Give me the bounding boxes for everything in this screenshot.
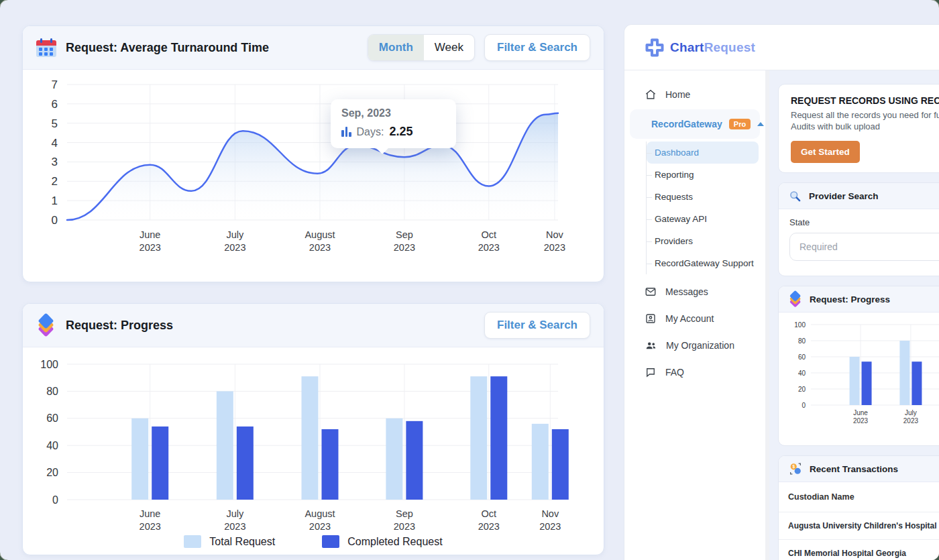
y-tick-label: 20 (798, 386, 806, 393)
tooltip-value: 2.25 (389, 125, 412, 139)
subnav-item-requests[interactable]: Requests (647, 186, 765, 208)
y-tick-label: 40 (46, 440, 58, 451)
x-tick-label: Nov (541, 508, 559, 519)
nav-item-my-account[interactable]: My Account (624, 305, 765, 332)
promo-title: REQUEST RECORDS USING RECOR (791, 95, 939, 106)
progress-card-header: Request: Progress Filter & Search (23, 304, 604, 347)
x-tick-label: Nov (546, 229, 564, 240)
x-tick-label: 2023 (309, 242, 331, 253)
turnaround-line-chart[interactable]: 01234567June2023July2023August2023Sep202… (23, 70, 604, 271)
subnav-item-gateway-api[interactable]: Gateway API (647, 208, 765, 230)
y-tick-label: 80 (46, 386, 58, 397)
state-input[interactable] (789, 233, 939, 261)
svg-text:$: $ (792, 464, 795, 469)
nav-item-messages[interactable]: Messages (624, 278, 765, 305)
bar-total (532, 424, 549, 500)
bar-completed (862, 361, 872, 405)
y-tick-label: 0 (52, 214, 58, 227)
mail-icon (645, 286, 657, 298)
progress-bar-chart[interactable]: 020406080100June2023July2023August2023Se… (23, 347, 604, 534)
tooltip-label: Days: (357, 126, 384, 138)
x-tick-label: July (226, 229, 244, 240)
bar-completed (490, 376, 507, 500)
progress-filter-search-button[interactable]: Filter & Search (484, 312, 590, 339)
y-tick-label: 20 (46, 467, 58, 478)
y-tick-label: 7 (52, 78, 58, 91)
legend-completed-request: Completed Request (322, 535, 442, 548)
total-request-swatch (184, 535, 201, 548)
transaction-row[interactable]: CHI Memorial Hospital Georgia (779, 540, 939, 560)
nav-item-recordgateway[interactable]: RecordGateway Pro (630, 109, 760, 139)
bar-total (131, 418, 148, 500)
layers-icon-small (788, 291, 803, 306)
subnav-item-recordgateway-support[interactable]: RecordGateway Support (647, 252, 765, 274)
x-tick-label: June (140, 508, 160, 519)
recent-transactions-card: $ Recent Transactions Custodian Name Aug… (778, 455, 939, 560)
tooltip-title: Sep, 2023 (341, 107, 445, 119)
y-tick-label: 2 (52, 175, 58, 188)
custodian-name-column-header: Custodian Name (779, 482, 939, 512)
nav-item-home[interactable]: Home (624, 81, 765, 108)
subnav-item-reporting[interactable]: Reporting (647, 164, 765, 186)
x-tick-label: Sep (396, 229, 413, 240)
transaction-row[interactable]: Augusta University Children's Hospital (779, 512, 939, 540)
transactions-icon: $ (788, 461, 803, 476)
x-tick-label: 2023 (478, 521, 500, 532)
turnaround-card-header: Request: Average Turnaround Time Month W… (23, 26, 604, 70)
mini-bar-chart[interactable]: 020406080100June2023July2023 (784, 318, 939, 429)
y-tick-label: 0 (802, 402, 806, 409)
filter-search-button[interactable]: Filter & Search (484, 34, 590, 61)
bar-chart-icon (341, 127, 351, 137)
x-tick-label: 2023 (903, 417, 919, 425)
chart-tooltip: Sep, 2023 Days: 2.25 (331, 99, 456, 148)
nav-item-my-organization[interactable]: My Organization (624, 332, 765, 359)
line-chart-area: 01234567June2023July2023August2023Sep202… (23, 70, 604, 271)
x-tick-label: 2023 (544, 242, 565, 253)
promo-line-2: Audits with bulk upload (791, 121, 939, 131)
layers-icon (36, 315, 56, 336)
content-column: REQUEST RECORDS USING RECOR Request all … (769, 70, 939, 560)
app-window: Request: Average Turnaround Time Month W… (0, 0, 939, 560)
toggle-week[interactable]: Week (424, 35, 474, 60)
y-tick-label: 60 (46, 412, 58, 424)
subnav-item-dashboard[interactable]: Dashboard (647, 142, 759, 164)
mini-progress-header: Request: Progress (779, 286, 939, 313)
x-tick-label: 2023 (224, 521, 245, 532)
bar-total (386, 418, 402, 500)
bar-completed (152, 427, 168, 500)
progress-card: Request: Progress Filter & Search 020406… (22, 303, 604, 555)
state-label: State (789, 217, 939, 227)
toggle-month[interactable]: Month (368, 35, 424, 60)
x-tick-label: 2023 (394, 242, 415, 253)
y-tick-label: 5 (52, 117, 58, 130)
account-badge-icon (645, 313, 657, 325)
x-tick-label: August (305, 229, 335, 240)
x-tick-label: 2023 (224, 242, 245, 253)
get-started-button[interactable]: Get Started (791, 141, 860, 163)
people-icon (645, 339, 657, 351)
recordgateway-subnav: Dashboard Reporting Requests Gateway API… (646, 142, 765, 274)
mini-legend: Total Request (784, 430, 939, 439)
logo-row: ChartRequest (624, 25, 939, 70)
calendar-icon (36, 39, 56, 57)
subnav-item-providers[interactable]: Providers (647, 230, 765, 252)
x-tick-label: June (140, 229, 160, 240)
progress-title: Request: Progress (66, 319, 173, 333)
provider-search-card: Provider Search State (778, 182, 939, 276)
recent-transactions-header: $ Recent Transactions (779, 456, 939, 482)
y-tick-label: 1 (52, 194, 58, 207)
x-tick-label: 2023 (140, 242, 161, 253)
y-tick-label: 3 (52, 156, 58, 168)
x-tick-label: July (226, 508, 244, 519)
bar-completed (406, 421, 423, 500)
nav-item-faq[interactable]: FAQ (624, 359, 765, 386)
chartrequest-logo[interactable]: ChartRequest (670, 40, 755, 55)
y-tick-label: 40 (798, 370, 806, 377)
promo-card: REQUEST RECORDS USING RECOR Request all … (778, 84, 939, 173)
x-tick-label: 2023 (478, 242, 500, 253)
x-tick-label: Oct (482, 229, 497, 240)
right-sidebar: ChartRequest Home RecordGateway Pro Dash… (624, 24, 939, 560)
month-week-toggle: Month Week (368, 34, 475, 61)
provider-search-header: Provider Search (779, 183, 939, 209)
turnaround-title: Request: Average Turnaround Time (66, 41, 269, 55)
